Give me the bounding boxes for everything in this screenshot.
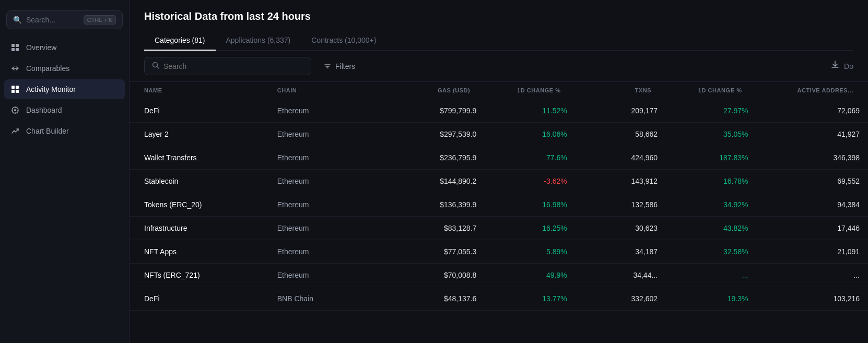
- cell-gas-change: -3.62%: [485, 170, 575, 193]
- cell-txns-change: 187.83%: [666, 146, 756, 170]
- svg-rect-7: [16, 90, 19, 93]
- table-row[interactable]: Wallet Transfers Ethereum $236,795.9 77.…: [130, 146, 868, 170]
- cell-gas-change: 16.98%: [485, 193, 575, 217]
- dashboard-icon: [10, 105, 20, 115]
- table-row[interactable]: DeFi BNB Chain $48,137.6 13.77% 332,602 …: [130, 287, 868, 311]
- svg-rect-0: [11, 44, 15, 47]
- filters-button[interactable]: Filters: [318, 58, 361, 75]
- overview-icon: [10, 43, 20, 52]
- cell-txns: 143,912: [576, 170, 666, 193]
- cell-gas-change: 11.52%: [485, 99, 575, 123]
- search-icon: 🔍: [13, 16, 22, 24]
- sidebar-nav: Overview Comparables Activity Monitor: [0, 38, 129, 141]
- cell-gas: $83,128.7: [373, 217, 485, 240]
- cell-chain: Ethereum: [269, 123, 373, 146]
- chart-builder-icon: [10, 126, 20, 136]
- cell-name: DeFi: [130, 99, 269, 123]
- cell-active-addresses: ...: [757, 264, 868, 287]
- sidebar-item-dashboard-label: Dashboard: [26, 106, 62, 114]
- cell-txns-change: 35.05%: [666, 123, 756, 146]
- cell-name: Layer 2: [130, 123, 269, 146]
- cell-gas: $136,399.9: [373, 193, 485, 217]
- svg-rect-5: [16, 86, 19, 89]
- svg-line-15: [157, 67, 159, 69]
- sidebar-item-comparables-label: Comparables: [26, 64, 69, 73]
- table-row[interactable]: Stablecoin Ethereum $144,890.2 -3.62% 14…: [130, 170, 868, 193]
- cell-chain: Ethereum: [269, 193, 373, 217]
- sidebar-item-comparables[interactable]: Comparables: [4, 58, 125, 78]
- page-header: Historical Data from last 24 hours Categ…: [130, 0, 868, 51]
- cell-txns: 209,177: [576, 99, 666, 123]
- cell-gas: $297,539.0: [373, 123, 485, 146]
- cell-active-addresses: 21,091: [757, 240, 868, 264]
- cell-active-addresses: 17,446: [757, 217, 868, 240]
- cell-chain: Ethereum: [269, 264, 373, 287]
- table-header-row: NAME CHAIN GAS (USD) 1D CHANGE % TXNS: [130, 82, 868, 99]
- search-bar[interactable]: [144, 57, 311, 75]
- table-row[interactable]: Tokens (ERC_20) Ethereum $136,399.9 16.9…: [130, 193, 868, 217]
- download-icon[interactable]: [830, 60, 840, 72]
- table-row[interactable]: NFT Apps Ethereum $77,055.3 5.89% 34,187…: [130, 240, 868, 264]
- sidebar-item-activity-monitor[interactable]: Activity Monitor: [4, 79, 125, 99]
- cell-txns: 58,662: [576, 123, 666, 146]
- table-row[interactable]: Infrastructure Ethereum $83,128.7 16.25%…: [130, 217, 868, 240]
- cell-name: NFTs (ERC_721): [130, 264, 269, 287]
- col-header-txns-change[interactable]: 1D CHANGE %: [666, 82, 756, 99]
- main-content: Historical Data from last 24 hours Categ…: [130, 0, 868, 343]
- cell-active-addresses: 94,384: [757, 193, 868, 217]
- col-header-gas-change[interactable]: 1D CHANGE %: [485, 82, 575, 99]
- svg-rect-3: [16, 48, 19, 51]
- cell-gas-change: 16.06%: [485, 123, 575, 146]
- cell-name: Tokens (ERC_20): [130, 193, 269, 217]
- cell-chain: Ethereum: [269, 99, 373, 123]
- cell-txns-change: 32.58%: [666, 240, 756, 264]
- filters-label: Filters: [335, 62, 355, 70]
- table-container: NAME CHAIN GAS (USD) 1D CHANGE % TXNS: [130, 82, 868, 343]
- table-row[interactable]: DeFi Ethereum $799,799.9 11.52% 209,177 …: [130, 99, 868, 123]
- filters-icon: [324, 63, 331, 70]
- cell-gas: $799,799.9: [373, 99, 485, 123]
- cell-gas: $48,137.6: [373, 287, 485, 311]
- cell-txns: 332,602: [576, 287, 666, 311]
- cell-txns-change: 19.3%: [666, 287, 756, 311]
- search-input[interactable]: [163, 62, 303, 70]
- sidebar-item-overview[interactable]: Overview: [4, 38, 125, 57]
- cell-name: Infrastructure: [130, 217, 269, 240]
- cell-chain: Ethereum: [269, 217, 373, 240]
- tab-applications[interactable]: Applications (6,337): [216, 31, 301, 51]
- table-row[interactable]: Layer 2 Ethereum $297,539.0 16.06% 58,66…: [130, 123, 868, 146]
- sidebar-search-shortcut: CTRL + K: [84, 15, 116, 25]
- search-bar-icon: [152, 62, 159, 70]
- cell-txns-change: 34.92%: [666, 193, 756, 217]
- cell-gas: $70,008.8: [373, 264, 485, 287]
- svg-rect-6: [11, 90, 15, 93]
- col-header-gas[interactable]: GAS (USD): [373, 82, 485, 99]
- toolbar-right: Do: [830, 60, 853, 72]
- col-header-name[interactable]: NAME: [130, 82, 269, 99]
- cell-txns: 132,586: [576, 193, 666, 217]
- tab-contracts[interactable]: Contracts (10,000+): [301, 31, 386, 51]
- sidebar-item-overview-label: Overview: [26, 43, 56, 52]
- cell-txns-change: 16.78%: [666, 170, 756, 193]
- svg-rect-2: [11, 48, 15, 51]
- sidebar-item-chart-builder[interactable]: Chart Builder: [4, 121, 125, 141]
- cell-active-addresses: 72,069: [757, 99, 868, 123]
- col-header-txns[interactable]: TXNS: [576, 82, 666, 99]
- cell-txns: 34,44...: [576, 264, 666, 287]
- table-row[interactable]: NFTs (ERC_721) Ethereum $70,008.8 49.9% …: [130, 264, 868, 287]
- sidebar-item-chart-builder-label: Chart Builder: [26, 127, 69, 135]
- sidebar-item-dashboard[interactable]: Dashboard: [4, 100, 125, 120]
- svg-rect-4: [11, 86, 15, 89]
- col-header-active-addresses[interactable]: ACTIVE ADDRES...: [757, 82, 868, 99]
- sidebar-search-button[interactable]: 🔍 Search... CTRL + K: [6, 10, 123, 29]
- cell-txns-change: ...: [666, 264, 756, 287]
- cell-active-addresses: 69,552: [757, 170, 868, 193]
- cell-txns: 424,960: [576, 146, 666, 170]
- col-header-chain[interactable]: CHAIN: [269, 82, 373, 99]
- cell-txns: 30,623: [576, 217, 666, 240]
- table-body: DeFi Ethereum $799,799.9 11.52% 209,177 …: [130, 99, 868, 311]
- activity-monitor-icon: [10, 85, 20, 94]
- tab-categories[interactable]: Categories (81): [144, 31, 216, 51]
- cell-gas-change: 5.89%: [485, 240, 575, 264]
- cell-active-addresses: 346,398: [757, 146, 868, 170]
